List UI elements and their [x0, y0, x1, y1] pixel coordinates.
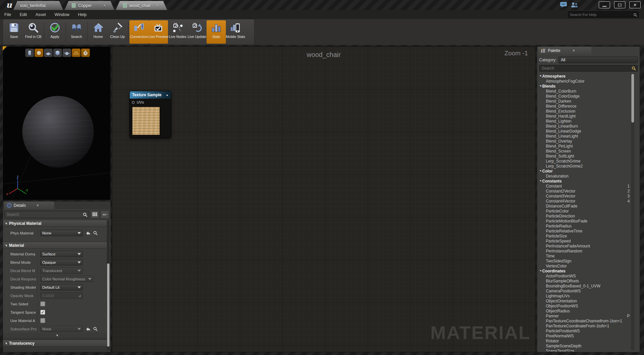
- people-icon[interactable]: [570, 1, 579, 8]
- preview-shape-cylinder-button[interactable]: [25, 49, 34, 57]
- palette-item-blend-overlay[interactable]: Blend_Overlay: [538, 139, 631, 144]
- section-physical-material[interactable]: Physical Material: [3, 220, 110, 227]
- palette-item-particlecolor[interactable]: ParticleColor: [538, 208, 631, 213]
- palette-category-atmosphere[interactable]: Atmosphere: [538, 74, 631, 79]
- palette-item-blend-darken[interactable]: Blend_Darken: [538, 99, 631, 104]
- detail-dropdown-subsurface-pro[interactable]: None: [40, 326, 83, 332]
- use-selected-asset-icon[interactable]: [85, 327, 91, 331]
- palette-item-particlespeed[interactable]: ParticleSpeed: [538, 238, 631, 243]
- scrollbar-thumb[interactable]: [631, 74, 634, 123]
- palette-item-atmosphericfogcolor[interactable]: AtmosphericFogColor: [538, 79, 631, 84]
- collapse-up-icon[interactable]: ▲: [166, 93, 169, 97]
- detail-dropdown-blend-mode[interactable]: Opaque: [40, 259, 83, 265]
- toolbar-button-find-in-cb[interactable]: Find in CB: [24, 20, 43, 44]
- close-button[interactable]: ✕: [629, 1, 641, 8]
- close-icon[interactable]: ×: [103, 3, 106, 8]
- detail-dropdown-decal-respons[interactable]: Color Normal Roughness: [40, 276, 93, 282]
- menu-item-edit[interactable]: Edit: [15, 12, 31, 17]
- toolbar-button-live-update[interactable]: Live Update: [187, 20, 207, 44]
- pin-hollow[interactable]: [132, 101, 135, 104]
- minimize-button[interactable]: [599, 1, 610, 8]
- palette-item-particlemotionblurfade[interactable]: ParticleMotionBlurFade: [538, 218, 631, 223]
- palette-item-constant4vector[interactable]: Constant4Vector4: [538, 198, 631, 203]
- palette-category-constants[interactable]: Constants: [538, 178, 631, 183]
- preview-viewport[interactable]: Z x -Y: [3, 46, 111, 200]
- detail-dropdown-material-doma[interactable]: Surface: [40, 251, 83, 257]
- palette-item-perinstancerandom[interactable]: PerInstanceRandom: [538, 248, 631, 253]
- palette-item-blend-colordodge[interactable]: Blend_ColorDodge: [538, 94, 631, 99]
- palette-category-coordinates[interactable]: Coordinates: [538, 268, 631, 273]
- node-texture-sample[interactable]: Texture Sample▲UVs: [129, 91, 171, 138]
- detail-number-opacity-mask[interactable]: 0.3333: [40, 292, 83, 299]
- palette-item-lerp-scratchgrime2[interactable]: Lerp_ScratchGrime2: [538, 164, 631, 169]
- palette-item-blend-screen[interactable]: Blend_Screen: [538, 149, 631, 154]
- toolbar-button-live-preview[interactable]: Live Preview: [149, 20, 168, 44]
- toolbar-button-apply[interactable]: Apply: [45, 20, 65, 44]
- detail-checkbox-tangent-space[interactable]: ✓: [40, 310, 45, 315]
- close-icon[interactable]: ×: [37, 203, 39, 208]
- palette-item-objectorientation[interactable]: ObjectOrientation: [538, 298, 631, 303]
- toolbar-button-stats[interactable]: Stats: [207, 20, 226, 44]
- material-graph-canvas[interactable]: wood_chair Zoom -1 MATERIAL Texture Samp…: [112, 46, 536, 352]
- detail-dropdown-phys-material[interactable]: None: [40, 230, 83, 236]
- preview-shape-realtime-button[interactable]: [81, 49, 90, 57]
- toolbar-button-home[interactable]: Home: [88, 20, 108, 44]
- palette-item-blend-linearburn[interactable]: Blend_LinearBurn: [538, 124, 631, 129]
- palette-item-objectradius[interactable]: ObjectRadius: [538, 308, 631, 313]
- palette-item-blend-lighten[interactable]: Blend_Lighten: [538, 119, 631, 124]
- tab-details[interactable]: i Details ×: [4, 201, 54, 209]
- palette-item-pantexturecoordinatechannelfrom-1ton-1[interactable]: PanTextureCoordinateChannelfrom-1ton+1: [538, 318, 631, 323]
- node-header[interactable]: Texture Sample▲: [130, 91, 171, 99]
- palette-item-constant[interactable]: Constant1: [538, 183, 631, 188]
- editor-tab-copper[interactable]: Copper×: [65, 1, 114, 10]
- editor-tab-wood-chair[interactable]: wood_chair×: [116, 1, 167, 10]
- toolbar-button-search[interactable]: Search: [67, 20, 86, 44]
- palette-item-pantexturecoordinatefrom-1ton-1[interactable]: PanTextureCoordinateFrom-1toN+1: [538, 323, 631, 328]
- editor-tab-xoio-berlinflat[interactable]: xoio_berlinflat: [13, 1, 63, 10]
- palette-item-lightmapuvs[interactable]: LightmapUVs: [538, 293, 631, 298]
- restore-button[interactable]: [614, 1, 625, 8]
- detail-checkbox-two-sided[interactable]: [40, 301, 45, 306]
- palette-item-time[interactable]: Time: [538, 253, 631, 258]
- palette-item-blursampleoffsets[interactable]: BlurSampleOffsets: [538, 278, 631, 283]
- view-options-button[interactable]: [100, 210, 109, 218]
- palette-item-blend-lineardodge[interactable]: Blend_LinearDodge: [538, 129, 631, 134]
- menu-item-asset[interactable]: Asset: [31, 12, 50, 17]
- preview-shape-teapot-button[interactable]: [63, 49, 71, 57]
- palette-item-actorpositionws[interactable]: ActorPositionWS: [538, 273, 631, 278]
- palette-item-vertexcolor[interactable]: VertexColor: [538, 263, 631, 268]
- preview-shape-grid-button[interactable]: [72, 49, 80, 57]
- toolbar-button-connectors[interactable]: Connectors: [129, 20, 149, 44]
- palette-item-blend-softlight[interactable]: Blend_SoftLight: [538, 154, 631, 159]
- menu-item-help[interactable]: Help: [74, 12, 91, 17]
- detail-checkbox-use-material-a[interactable]: [40, 318, 45, 323]
- detail-dropdown-decal-blend-m[interactable]: Translucent: [40, 267, 83, 274]
- palette-item-particlesize[interactable]: ParticleSize: [538, 233, 631, 238]
- category-dropdown[interactable]: All: [559, 57, 638, 63]
- section-material[interactable]: Material: [3, 242, 110, 249]
- menu-item-window[interactable]: Window: [50, 12, 74, 17]
- palette-item-scenetexelsize[interactable]: SceneTexelSize: [538, 348, 631, 351]
- palette-category-color[interactable]: Color: [538, 169, 631, 174]
- input-pin-uvs[interactable]: UVs: [132, 100, 144, 104]
- browse-asset-icon[interactable]: [93, 326, 98, 331]
- palette-search-box[interactable]: [539, 65, 638, 72]
- palette-item-distancecullfade[interactable]: DistanceCullFade: [538, 203, 631, 208]
- palette-item-blend-hardlight[interactable]: Blend_HardLight: [538, 114, 631, 119]
- chat-icon[interactable]: [560, 1, 568, 8]
- details-search-box[interactable]: [4, 211, 89, 218]
- palette-item-blend-pinlight[interactable]: Blend_PinLight: [538, 144, 631, 149]
- use-selected-asset-icon[interactable]: [85, 231, 91, 235]
- palette-item-blend-exclusion[interactable]: Blend_Exclusion: [538, 109, 631, 114]
- toolbar-button-clean-up[interactable]: Clean Up: [108, 20, 127, 44]
- palette-category-blends[interactable]: Blends: [538, 84, 631, 89]
- palette-search-input[interactable]: [540, 66, 631, 71]
- palette-item-samplescenedepth[interactable]: SampleSceneDepth: [538, 343, 631, 348]
- toolbar-button-live-nodes[interactable]: Live Nodes: [168, 20, 187, 44]
- preview-shape-sphere-button[interactable]: [35, 49, 43, 57]
- help-search-box[interactable]: [568, 11, 639, 18]
- property-matrix-button[interactable]: [90, 210, 99, 218]
- details-search-input[interactable]: [5, 212, 82, 217]
- palette-item-constant2vector[interactable]: Constant2Vector2: [538, 188, 631, 193]
- toolbar-button-mobile-stats[interactable]: Mobile Stats: [226, 20, 245, 44]
